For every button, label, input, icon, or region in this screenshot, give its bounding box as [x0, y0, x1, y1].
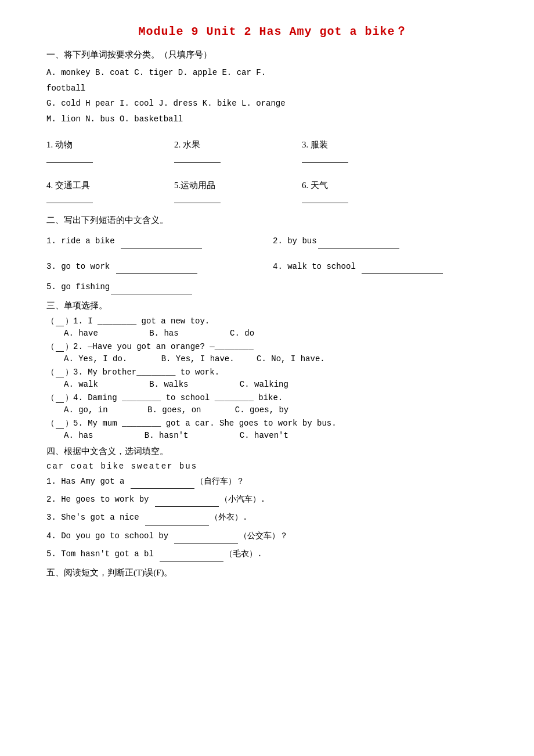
- q3: （）3. My brother________ to work.: [46, 367, 499, 377]
- q1-opt-a[interactable]: A. have: [64, 329, 98, 338]
- cat-2: 2. 水果: [174, 134, 302, 165]
- q5-options: A. has B. hasn't C. haven't: [64, 431, 499, 440]
- q5: （）5. My mum ________ got a car. She goes…: [46, 418, 499, 429]
- q5-opt-c[interactable]: C. haven't: [240, 431, 288, 440]
- section-two-header: 二、写出下列短语的中文含义。: [46, 215, 499, 226]
- four-item-4: 4. Do you go to school by （公交车）？: [46, 529, 499, 543]
- four-blank-1[interactable]: [131, 488, 194, 489]
- q5-opt-b[interactable]: B. hasn't: [145, 431, 189, 440]
- q1-paren[interactable]: [56, 326, 64, 326]
- cat-3-label: 3. 服装: [302, 139, 430, 150]
- four-blank-4[interactable]: [174, 543, 238, 543]
- cat-5-line[interactable]: [174, 203, 221, 203]
- two-blank-3[interactable]: [116, 273, 197, 274]
- q4-paren[interactable]: [56, 402, 64, 403]
- two-blank-1[interactable]: [121, 249, 202, 249]
- q3-paren[interactable]: [56, 377, 64, 377]
- two-blank-5[interactable]: [111, 294, 192, 294]
- two-item-3: 3. go to work: [46, 260, 273, 274]
- cat-4-label: 4. 交通工具: [46, 180, 174, 191]
- four-blank-3[interactable]: [145, 525, 209, 525]
- four-item-5: 5. Tom hasn't got a bl （毛衣）.: [46, 547, 499, 561]
- q4-options: A. go, in B. goes, on C. goes, by: [64, 405, 499, 415]
- word-list-line4: M. lion N. bus O. basketball: [46, 111, 499, 127]
- q2-opt-c[interactable]: C. No, I have.: [257, 354, 325, 363]
- word-list-line2: football: [46, 81, 499, 96]
- cat-2-line[interactable]: [174, 162, 221, 163]
- cat-6: 6. 天气: [302, 174, 430, 206]
- four-blank-5[interactable]: [160, 561, 223, 561]
- section-five: 五、阅读短文，判断正(T)误(F)。: [46, 567, 499, 578]
- q1: （）1. I ________ got a new toy.: [46, 316, 499, 326]
- q2-options: A. Yes, I do. B. Yes, I have. C. No, I h…: [64, 354, 499, 363]
- q3-opt-a[interactable]: A. walk: [64, 380, 98, 389]
- word-list-line1: A. monkey B. coat C. tiger D. apple E. c…: [46, 65, 499, 81]
- word-list-line3: G. cold H pear I. cool J. dress K. bike …: [46, 96, 499, 111]
- cat-2-label: 2. 水果: [174, 139, 302, 150]
- q4-opt-c[interactable]: C. goes, by: [235, 405, 288, 415]
- section-five-header: 五、阅读短文，判断正(T)误(F)。: [46, 567, 499, 578]
- section-one: 一、将下列单词按要求分类。（只填序号） A. monkey B. coat C.…: [46, 49, 499, 206]
- page-title: Module 9 Unit 2 Has Amy got a bike？: [46, 23, 499, 39]
- q2-opt-a[interactable]: A. Yes, I do.: [64, 354, 127, 363]
- q4: （）4. Daming ________ to school ________ …: [46, 393, 499, 403]
- section-four-header: 四、根据中文含义，选词填空。: [46, 446, 499, 457]
- two-item-5: 5. go fishing: [46, 280, 499, 294]
- q3-options: A. walk B. walks C. walking: [64, 380, 499, 389]
- cat-1-label: 1. 动物: [46, 139, 174, 150]
- q5-opt-a[interactable]: A. has: [64, 431, 93, 440]
- q1-opt-b[interactable]: B. has: [149, 329, 178, 338]
- q3-opt-c[interactable]: C. walking: [240, 380, 288, 389]
- q2: （）2. —Have you got an orange? —________: [46, 341, 499, 352]
- cat-6-line[interactable]: [302, 203, 348, 203]
- two-item-2: 2. by bus: [273, 234, 499, 249]
- four-item-3: 3. She's got a nice （外衣）.: [46, 510, 499, 525]
- four-item-2: 2. He goes to work by （小汽车）.: [46, 492, 499, 507]
- q2-paren[interactable]: [56, 351, 64, 352]
- cat-3-line[interactable]: [302, 162, 348, 163]
- q1-opt-c[interactable]: C. do: [230, 329, 254, 338]
- cat-3: 3. 服装: [302, 134, 430, 165]
- two-blank-4[interactable]: [362, 273, 443, 274]
- two-item-1: 1. ride a bike: [46, 234, 273, 249]
- section-four: 四、根据中文含义，选词填空。 car coat bike sweater bus…: [46, 446, 499, 561]
- q1-options: A. have B. has C. do: [64, 329, 499, 338]
- q2-opt-b[interactable]: B. Yes, I have.: [161, 354, 234, 363]
- section-two: 二、写出下列短语的中文含义。 1. ride a bike 2. by bus …: [46, 215, 499, 294]
- q4-opt-a[interactable]: A. go, in: [64, 405, 108, 415]
- four-blank-2[interactable]: [155, 506, 219, 507]
- section-one-header: 一、将下列单词按要求分类。（只填序号）: [46, 49, 499, 60]
- cat-5-label: 5.运动用品: [174, 180, 302, 191]
- cat-1: 1. 动物: [46, 134, 174, 165]
- cat-1-line[interactable]: [46, 162, 93, 163]
- two-blank-2[interactable]: [318, 249, 399, 249]
- cat-6-label: 6. 天气: [302, 180, 430, 191]
- two-item-4: 4. walk to school: [273, 260, 499, 274]
- cat-5: 5.运动用品: [174, 174, 302, 206]
- q4-opt-b[interactable]: B. goes, on: [147, 405, 201, 415]
- q3-opt-b[interactable]: B. walks: [149, 380, 188, 389]
- cat-4: 4. 交通工具: [46, 174, 174, 206]
- cat-4-line[interactable]: [46, 203, 93, 203]
- four-item-1: 1. Has Amy got a （自行车）？: [46, 474, 499, 489]
- section-three-header: 三、单项选择。: [46, 300, 499, 311]
- word-bank: car coat bike sweater bus: [46, 462, 499, 471]
- q5-paren[interactable]: [56, 428, 64, 429]
- section-three: 三、单项选择。 （）1. I ________ got a new toy. A…: [46, 300, 499, 440]
